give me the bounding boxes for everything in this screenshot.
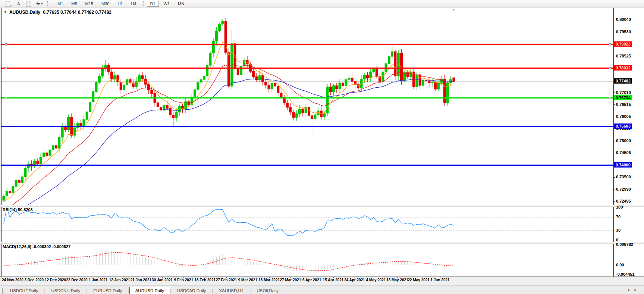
tab-scroll-right-button[interactable]: ▸	[634, 287, 642, 292]
terminal-window: FAT M1M5M15M30H1H4D1W1MN ▼ AUDUSD,Daily …	[0, 0, 644, 294]
hline-price-label: 0.79023	[614, 41, 632, 47]
date-label: 24 Apr 2021	[344, 278, 365, 282]
grid-f-tool-icon[interactable]: F	[4, 1, 12, 7]
price-tick-mark	[613, 93, 615, 93]
rsi-scale-label: 0	[616, 238, 618, 242]
text-label-tool-icon[interactable]: A	[15, 1, 23, 7]
tab-scroll-left-button[interactable]: ◂	[627, 287, 635, 292]
tab-usdcnh-daily[interactable]: USDCNH,Daily	[45, 287, 86, 294]
date-label: 1 Jan 2021	[89, 278, 108, 282]
price-tick-label: 0.80040	[616, 17, 631, 22]
date-label: 3 Dec 2020	[24, 278, 44, 282]
timeframe-group: M1M5M15M30H1H4D1W1MN	[50, 1, 188, 7]
text-box-tool-icon[interactable]: T	[25, 1, 33, 7]
price-tick-mark	[613, 32, 615, 32]
rsi-scale-label: 70	[616, 215, 621, 219]
date-label: 21 Jan 2021	[131, 278, 151, 282]
date-label: 18 Mar 2021	[258, 278, 280, 282]
rsi-scale-label: 100	[616, 205, 623, 209]
macd-scale-label: 0.00	[616, 263, 624, 267]
price-axis-line	[613, 8, 614, 276]
timeframe-h4-button[interactable]: H4	[128, 1, 139, 7]
timeframe-h1-button[interactable]: H1	[114, 1, 126, 7]
macd-panel[interactable]	[1, 243, 613, 276]
price-tick-label: 0.77010	[616, 90, 631, 95]
tab-eurusd-daily[interactable]: EURUSD,Daily	[87, 287, 128, 294]
price-tick-mark	[613, 141, 615, 141]
timeframe-d1-button[interactable]: D1	[147, 1, 159, 7]
current-price-label: 0.77482	[614, 78, 632, 84]
tab-usoil-daily[interactable]: USOil,Daily	[251, 287, 285, 294]
tab-usdcad-daily[interactable]: USDCAD,Daily	[171, 287, 212, 294]
tab-scroll-arrows: ◂▸	[627, 287, 642, 292]
price-tick-label: 0.78525	[616, 54, 631, 58]
tab-usdchf-daily[interactable]: USDCHF,Daily	[4, 287, 44, 294]
price-tick-mark	[613, 20, 615, 20]
tab-bar-grip	[1, 288, 3, 294]
date-label: 9 Feb 2021	[174, 278, 193, 282]
chart-symbol-label: AUDUSD,Daily	[9, 10, 40, 15]
symbol-dropdown-icon[interactable]: ▼	[4, 10, 7, 14]
date-label: 30 Jan 2021	[152, 278, 173, 282]
chart-title: ▼ AUDUSD,Daily 0.77635 0.77644 0.77482 0…	[4, 10, 111, 15]
date-label: 12 Jan 2021	[109, 278, 130, 282]
chart-shift-marker[interactable]: ▼	[452, 8, 455, 12]
price-tick-mark	[613, 190, 615, 190]
main-chart-panel[interactable]	[1, 8, 613, 205]
price-tick-mark	[613, 201, 615, 202]
timeframe-w1-button[interactable]: W1	[160, 1, 173, 7]
toolbar-separator	[143, 1, 144, 6]
chart-ohlc-values: 0.77635 0.77644 0.77482 0.77482	[43, 10, 111, 15]
price-tick-label: 0.73500	[616, 175, 631, 179]
date-axis-border	[0, 276, 644, 277]
hline-price-label: 0.74000	[614, 162, 632, 168]
timeframe-m5-button[interactable]: M5	[68, 1, 80, 7]
tab-xauusd-h4[interactable]: XAUUSD,H4	[213, 287, 249, 294]
toolbar: FAT M1M5M15M30H1H4D1W1MN	[0, 0, 644, 8]
hline-price-label: 0.76794	[614, 95, 632, 100]
date-label: 6 Apr 2021	[302, 278, 321, 282]
timeframe-m1-button[interactable]: M1	[54, 1, 66, 7]
date-label: 9 Mar 2021	[238, 278, 257, 282]
price-tick-label: 0.79530	[616, 29, 631, 34]
price-tick-label: 0.75000	[616, 138, 631, 143]
macd-scale-label: 0.008782	[616, 242, 633, 247]
price-tick-label: 0.74505	[616, 150, 631, 155]
timeframe-mn-button[interactable]: MN	[175, 1, 188, 7]
macd-plot[interactable]	[1, 243, 613, 276]
price-tick-label: 0.76515	[616, 102, 631, 107]
price-tick-label: 0.76005	[616, 114, 631, 119]
date-label: 13 May 2021	[386, 278, 408, 282]
rsi-panel[interactable]	[1, 206, 613, 242]
date-label: 27 Mar 2021	[280, 278, 301, 282]
chart-tab-bar: USDCHF,Daily|USDCNH,Daily|EURUSD,Daily|A…	[0, 285, 644, 294]
date-label: 22 May 2021	[408, 278, 429, 282]
drawing-tools-group: FAT	[0, 1, 45, 7]
hline-price-label: 0.75603	[614, 123, 632, 129]
toolbar-separator	[47, 1, 48, 6]
date-label: 22 Dec 2020	[66, 278, 87, 282]
macd-scale-label: -0.004451	[616, 272, 635, 276]
rsi-scale-label: 30	[616, 228, 621, 232]
price-tick-mark	[613, 56, 615, 56]
macd-label: MACD(12,26,9) -0.000302 -0.000627	[3, 244, 70, 249]
price-tick-label: 0.72495	[616, 199, 631, 203]
timeframe-m15-button[interactable]: M15	[82, 1, 97, 7]
hline-price-label: 0.78032	[614, 65, 632, 71]
price-tick-label: 0.72990	[616, 187, 631, 191]
candlestick-plot[interactable]	[1, 8, 613, 205]
arrow-tools-dropdown-icon[interactable]	[35, 1, 44, 7]
rsi-label: RSI(14) 50.8203	[3, 207, 33, 212]
date-label: 24 Nov 2020	[2, 278, 23, 282]
price-tick-mark	[613, 104, 615, 105]
date-label: 18 Feb 2021	[194, 278, 216, 282]
date-label: 15 Apr 2021	[323, 278, 344, 282]
price-tick-mark	[613, 153, 615, 153]
timeframe-m30-button[interactable]: M30	[98, 1, 113, 7]
tab-audusd-daily[interactable]: AUDUSD,Daily	[129, 287, 170, 294]
date-label: 1 Jun 2021	[430, 278, 449, 282]
date-label: 12 Dec 2020	[45, 278, 66, 282]
rsi-plot[interactable]	[1, 206, 613, 242]
date-label: 4 May 2021	[366, 278, 386, 282]
price-tick-mark	[613, 117, 615, 117]
